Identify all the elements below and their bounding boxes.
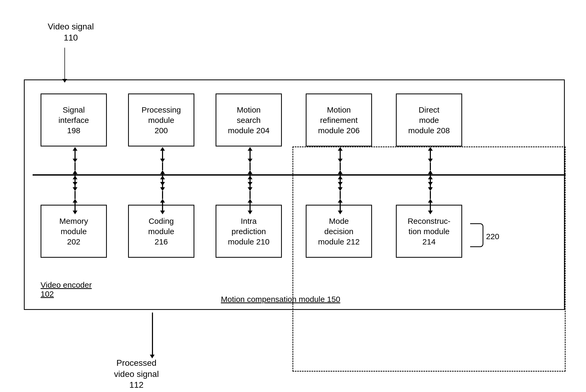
video-signal-label: Video signal 110 — [48, 21, 94, 43]
processing-module-label: Processingmodule200 — [142, 105, 181, 136]
signal-interface-box: Signalinterface198 — [41, 93, 107, 146]
video-encoder-label: Video encoder 102 — [41, 280, 92, 299]
motion-refinement-label: Motionrefinementmodule 206 — [318, 105, 360, 136]
direct-mode-label: Directmodemodule 208 — [408, 105, 450, 136]
bracket-220 — [470, 223, 483, 247]
memory-module-label: Memorymodule202 — [59, 216, 88, 247]
motion-compensation-box — [292, 146, 566, 372]
intra-prediction-label: Intrapredictionmodule 210 — [228, 216, 270, 247]
signal-interface-label: Signalinterface198 — [58, 105, 89, 136]
coding-connector — [160, 176, 165, 214]
processing-module-box: Processingmodule200 — [128, 93, 194, 146]
motion-search-label: Motionsearchmodule 204 — [228, 105, 270, 136]
diagram-container: Video signal 110 Signalinterface198 Proc… — [16, 21, 573, 387]
direct-mode-box: Directmodemodule 208 — [396, 93, 462, 146]
intra-connector — [248, 176, 252, 214]
input-arrow — [64, 48, 65, 79]
memory-connector — [73, 176, 77, 214]
coding-module-label: Codingmodule216 — [148, 216, 174, 247]
motion-compensation-label: Motion compensation module 150 — [221, 295, 340, 304]
outer-box-video-encoder: Signalinterface198 Processingmodule200 M… — [24, 79, 565, 310]
output-arrow — [152, 313, 153, 355]
processed-signal-label: Processed video signal 112 — [114, 358, 159, 391]
motion-refinement-box: Motionrefinementmodule 206 — [306, 93, 372, 146]
label-220: 220 — [486, 232, 499, 241]
motion-search-box: Motionsearchmodule 204 — [216, 93, 282, 146]
